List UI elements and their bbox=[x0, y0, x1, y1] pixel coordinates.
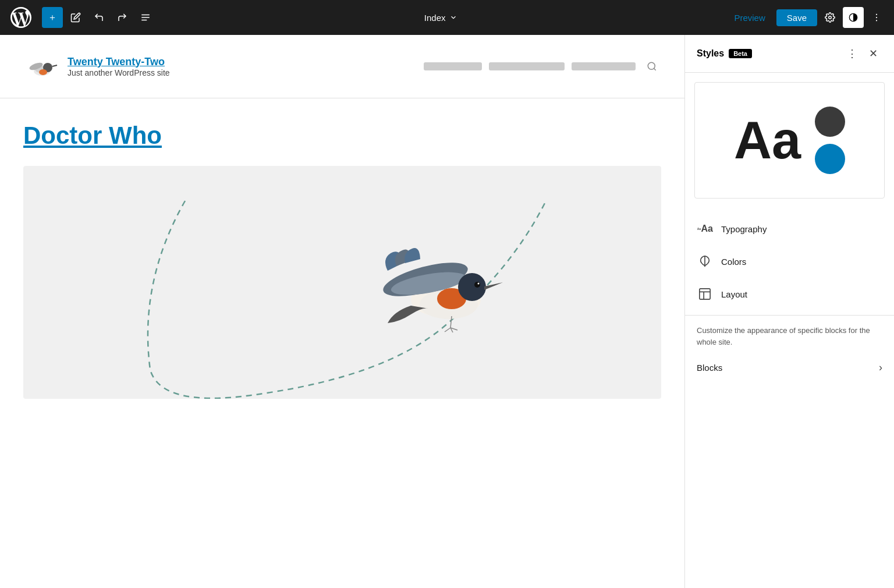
page-content: Doctor Who bbox=[0, 98, 684, 422]
pencil-icon bbox=[70, 12, 81, 23]
list-view-button[interactable] bbox=[135, 7, 156, 28]
svg-point-22 bbox=[474, 282, 480, 288]
post-title: Doctor Who bbox=[23, 122, 661, 150]
wp-logo bbox=[7, 0, 35, 35]
settings-button[interactable] bbox=[820, 7, 840, 28]
main-area: Twenty Twenty-Two Just another WordPress… bbox=[0, 35, 894, 588]
colors-icon bbox=[697, 253, 713, 270]
colors-option[interactable]: Colors bbox=[685, 245, 894, 278]
list-icon bbox=[140, 12, 151, 23]
svg-text:Aa: Aa bbox=[697, 227, 701, 231]
typography-icon: Aa Aa bbox=[697, 221, 713, 237]
styles-options: Aa Aa Typography Colors bbox=[685, 208, 894, 315]
preview-colors bbox=[815, 107, 845, 174]
typography-option[interactable]: Aa Aa Typography bbox=[685, 212, 894, 245]
contrast-button[interactable] bbox=[843, 7, 864, 28]
layout-option[interactable]: Layout bbox=[685, 278, 894, 310]
add-block-button[interactable]: ＋ bbox=[42, 7, 63, 28]
styles-header-actions: ⋮ ✕ bbox=[843, 44, 882, 63]
canvas: Twenty Twenty-Two Just another WordPress… bbox=[0, 35, 684, 588]
svg-point-21 bbox=[458, 273, 486, 301]
layout-icon bbox=[697, 286, 713, 302]
toolbar-center: Index bbox=[158, 9, 723, 26]
site-tagline: Just another WordPress site bbox=[68, 68, 424, 77]
typography-label: Typography bbox=[721, 224, 767, 234]
svg-rect-29 bbox=[700, 289, 710, 299]
svg-point-14 bbox=[648, 62, 655, 69]
wordpress-icon bbox=[10, 7, 31, 28]
blocks-description: Customize the appearance of specific blo… bbox=[697, 325, 882, 348]
dashed-path-svg bbox=[23, 166, 661, 399]
preview-button[interactable]: Preview bbox=[725, 9, 774, 27]
undo-icon bbox=[94, 12, 104, 23]
featured-image bbox=[23, 166, 661, 399]
gear-icon bbox=[825, 12, 835, 23]
blocks-section: Customize the appearance of specific blo… bbox=[685, 315, 894, 388]
svg-point-7 bbox=[876, 20, 877, 21]
redo-icon bbox=[117, 12, 127, 23]
blocks-label: Blocks bbox=[697, 363, 722, 373]
styles-header: Styles Beta ⋮ ✕ bbox=[685, 35, 894, 73]
nav-item-1 bbox=[424, 62, 482, 70]
search-icon[interactable] bbox=[643, 57, 661, 76]
blocks-row[interactable]: Blocks › bbox=[697, 357, 882, 378]
plus-icon: ＋ bbox=[48, 12, 57, 24]
search-svg bbox=[647, 61, 657, 72]
colors-svg bbox=[698, 255, 711, 268]
styles-title: Styles bbox=[697, 48, 724, 59]
styles-panel: Styles Beta ⋮ ✕ Aa Aa Aa bbox=[684, 35, 894, 588]
site-header: Twenty Twenty-Two Just another WordPress… bbox=[0, 35, 684, 98]
undo-button[interactable] bbox=[88, 7, 109, 28]
layout-svg bbox=[698, 288, 711, 300]
styles-close-button[interactable]: ✕ bbox=[864, 44, 882, 63]
styles-preview: Aa bbox=[694, 82, 885, 199]
colors-label: Colors bbox=[721, 257, 746, 267]
save-button[interactable]: Save bbox=[776, 9, 817, 26]
svg-point-3 bbox=[829, 16, 832, 19]
preview-typography: Aa bbox=[734, 114, 801, 167]
chevron-down-icon bbox=[449, 13, 457, 22]
contrast-icon bbox=[849, 13, 858, 22]
site-nav bbox=[424, 57, 661, 76]
svg-line-15 bbox=[654, 68, 655, 70]
index-label: Index bbox=[424, 13, 446, 23]
nav-item-2 bbox=[489, 62, 565, 70]
logo-bird-icon bbox=[23, 49, 58, 84]
bird-illustration bbox=[370, 236, 533, 341]
index-dropdown[interactable]: Index bbox=[417, 9, 464, 26]
svg-line-25 bbox=[445, 328, 450, 332]
more-icon bbox=[871, 12, 882, 23]
svg-line-13 bbox=[52, 65, 57, 66]
layout-label: Layout bbox=[721, 289, 747, 299]
svg-point-12 bbox=[39, 69, 47, 75]
more-options-button[interactable] bbox=[866, 7, 887, 28]
edit-button[interactable] bbox=[65, 7, 86, 28]
site-title[interactable]: Twenty Twenty-Two bbox=[68, 56, 424, 68]
color-blue-circle bbox=[815, 144, 845, 174]
svg-point-5 bbox=[876, 14, 877, 15]
beta-badge: Beta bbox=[729, 49, 752, 58]
svg-point-6 bbox=[876, 17, 877, 18]
chevron-right-icon: › bbox=[879, 362, 882, 374]
redo-button[interactable] bbox=[112, 7, 133, 28]
color-dark-circle bbox=[815, 107, 845, 137]
site-identity: Twenty Twenty-Two Just another WordPress… bbox=[68, 56, 424, 77]
typography-svg: Aa bbox=[697, 222, 701, 235]
styles-more-button[interactable]: ⋮ bbox=[843, 44, 861, 63]
nav-item-3 bbox=[572, 62, 636, 70]
toolbar-right: Preview Save bbox=[725, 7, 887, 28]
site-logo bbox=[23, 49, 58, 84]
toolbar: ＋ Index Preview Save bbox=[0, 0, 894, 35]
svg-point-23 bbox=[478, 283, 480, 285]
